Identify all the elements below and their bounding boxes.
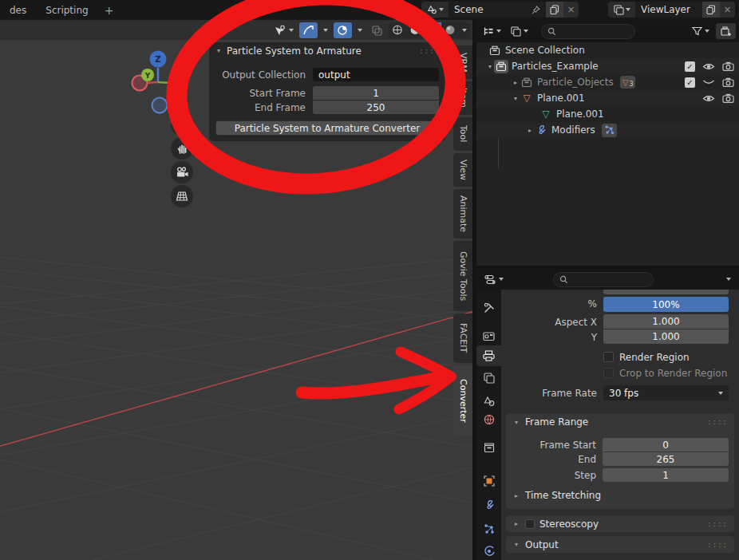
tab-render[interactable] xyxy=(476,325,501,346)
viewport-3d[interactable]: Z Y X xyxy=(0,40,472,560)
outliner-row-particles-example[interactable]: ▾ Particles_Example ✓ xyxy=(476,58,739,74)
tab-modifiers[interactable] xyxy=(476,495,501,515)
clipped-field[interactable] xyxy=(603,290,729,294)
expand-closed-icon[interactable]: ▸ xyxy=(512,79,520,86)
outliner-filter-id-dropdown[interactable] xyxy=(508,23,532,39)
show-overlays-toggle[interactable] xyxy=(299,22,318,38)
exclude-checkbox[interactable]: ✓ xyxy=(685,77,695,88)
outliner-row-scene-collection[interactable]: Scene Collection xyxy=(476,42,739,58)
expand-closed-icon[interactable]: ▸ xyxy=(512,520,520,527)
exclude-checkbox[interactable]: ✓ xyxy=(685,61,695,72)
tab-tool[interactable] xyxy=(476,298,501,318)
output-collection-input[interactable]: output xyxy=(313,68,439,81)
drag-grip-icon[interactable]: :::: xyxy=(707,541,728,549)
viewlayer-name-field[interactable]: ViewLayer xyxy=(635,2,702,18)
expand-open-icon[interactable]: ▾ xyxy=(512,419,520,426)
outliner-row-modifiers[interactable]: ▸ Modifiers xyxy=(476,122,739,138)
sidebar-tab-converter[interactable]: Converter xyxy=(453,365,472,436)
frame-end-input[interactable]: 265 xyxy=(603,452,729,466)
end-frame-input[interactable]: 250 xyxy=(313,101,439,114)
stereoscopy-header[interactable]: ▸ Stereoscopy :::: xyxy=(506,515,734,532)
properties-editor-type-dropdown[interactable] xyxy=(481,271,507,287)
scene-unlink-button[interactable]: × xyxy=(563,2,579,18)
eye-icon[interactable] xyxy=(702,94,715,103)
tab-view-layer[interactable] xyxy=(476,368,501,388)
sidebar-tab-faceit[interactable]: FACEIT xyxy=(453,314,472,363)
new-collection-button[interactable] xyxy=(716,23,736,39)
frame-start-input[interactable]: 0 xyxy=(603,438,729,452)
tab-object[interactable] xyxy=(476,471,501,491)
frame-range-header[interactable]: ▾ Frame Range :::: xyxy=(506,413,734,431)
viewlayer-remove-button[interactable]: × xyxy=(720,2,735,18)
aspect-y-input[interactable]: 1.000 xyxy=(603,329,729,344)
start-frame-input[interactable]: 1 xyxy=(313,86,439,100)
sidebar-tab-animate[interactable]: Animate xyxy=(453,189,472,239)
camera-restrict-icon[interactable] xyxy=(722,61,734,71)
camera-restrict-icon[interactable] xyxy=(722,77,734,87)
sidebar-tab-view[interactable]: View xyxy=(453,153,472,187)
outliner-row-plane-object[interactable]: ▾ ▽ Plane.001 xyxy=(476,90,739,106)
drag-grip-icon[interactable]: :::: xyxy=(707,418,728,426)
scene-icon-button[interactable] xyxy=(421,2,449,18)
tab-output[interactable] xyxy=(476,345,501,366)
tab-collection[interactable] xyxy=(476,437,501,458)
expand-open-icon[interactable]: ▾ xyxy=(486,63,494,70)
outliner-row-particle-objects[interactable]: ▸ Particle_Objects ▽ 3 ✓ xyxy=(476,74,739,90)
add-workspace-button[interactable]: + xyxy=(98,4,121,17)
xray-toggle[interactable] xyxy=(368,22,386,38)
properties-options-dropdown[interactable] xyxy=(723,271,734,287)
crop-region-checkbox[interactable] xyxy=(603,368,614,378)
shading-solid-button[interactable] xyxy=(406,22,424,38)
perspective-toggle-button[interactable] xyxy=(171,185,193,207)
sidebar-tab-vrm[interactable]: VRM xyxy=(453,45,472,79)
stereoscopy-checkbox[interactable] xyxy=(525,519,535,529)
zoom-button[interactable] xyxy=(171,113,193,136)
expand-icon[interactable]: ▾ xyxy=(215,47,223,54)
eye-icon[interactable] xyxy=(702,62,715,71)
tab-physics[interactable] xyxy=(476,541,501,560)
frame-step-input[interactable]: 1 xyxy=(603,468,729,482)
shading-wireframe-button[interactable] xyxy=(389,22,406,38)
resolution-percent-slider[interactable]: 100% xyxy=(603,297,729,312)
properties-search-input[interactable] xyxy=(553,272,654,287)
outliner-row-plane-meshdata[interactable]: ▽ Plane.001 xyxy=(476,106,739,122)
viewlayer-icon-button[interactable] xyxy=(608,2,635,18)
camera-restrict-icon[interactable] xyxy=(722,93,734,103)
gizmo-neg-z-axis[interactable] xyxy=(152,98,168,113)
navigation-gizmo[interactable]: Z Y X xyxy=(130,50,192,120)
sidebar-tab-govie-tools[interactable]: Govie Tools xyxy=(453,241,472,311)
convert-button[interactable]: Particle System to Armature Converter xyxy=(215,120,439,136)
outliner-display-mode-dropdown[interactable] xyxy=(480,23,504,39)
sidebar-tab-item[interactable]: Item xyxy=(453,81,472,115)
viewlayer-copy-button[interactable] xyxy=(702,2,720,18)
outliner-search-input[interactable] xyxy=(541,24,635,39)
drag-grip-icon[interactable]: :::: xyxy=(707,520,728,528)
show-gizmos-dropdown[interactable] xyxy=(271,22,297,38)
camera-view-button[interactable] xyxy=(171,161,193,183)
tab-world[interactable] xyxy=(476,409,501,430)
outliner-filter-dropdown[interactable] xyxy=(689,23,713,39)
workspace-tab-partial[interactable]: des xyxy=(0,0,36,20)
shading-dropdown[interactable] xyxy=(459,22,470,38)
drag-grip-icon[interactable]: :::: xyxy=(419,47,440,55)
workspace-tab-scripting[interactable]: Scripting xyxy=(36,0,97,20)
sidebar-tab-tool[interactable]: Tool xyxy=(453,117,472,151)
frame-rate-dropdown[interactable]: 30 fps xyxy=(603,385,729,400)
scene-copy-button[interactable] xyxy=(546,2,563,18)
expand-closed-icon[interactable]: ▸ xyxy=(526,127,534,134)
eye-closed-icon[interactable] xyxy=(702,78,715,87)
time-stretching-header[interactable]: ▸ Time Stretching xyxy=(512,487,601,504)
gizmo-toggle[interactable] xyxy=(334,22,352,38)
tab-particles[interactable] xyxy=(476,519,501,539)
expand-open-icon[interactable]: ▾ xyxy=(512,541,520,548)
gizmo-dropdown[interactable] xyxy=(354,22,366,38)
expand-open-icon[interactable]: ▾ xyxy=(512,95,520,102)
render-region-checkbox[interactable] xyxy=(603,352,614,362)
show-overlays-dropdown[interactable] xyxy=(320,22,331,38)
shading-material-button[interactable] xyxy=(424,22,441,38)
pan-button[interactable] xyxy=(171,137,193,160)
aspect-x-input[interactable]: 1.000 xyxy=(603,314,729,329)
scene-name-field[interactable]: Scene xyxy=(449,2,546,18)
pin-icon[interactable] xyxy=(532,6,540,14)
output-header[interactable]: ▾ Output :::: xyxy=(506,536,734,553)
